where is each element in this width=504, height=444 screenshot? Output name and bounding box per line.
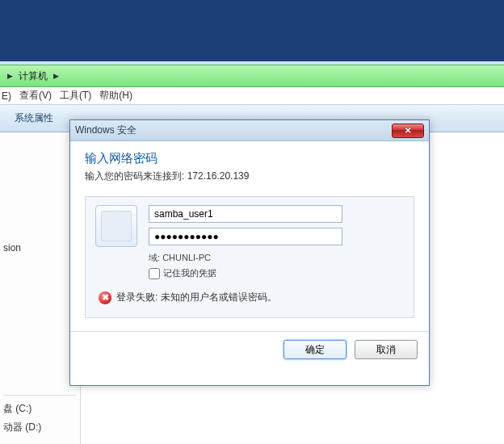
credentials-dialog: Windows 安全 ✕ 输入网络密码 输入您的密码来连接到: 172.16.2… — [69, 119, 430, 386]
menu-tools[interactable]: 工具(T) — [60, 89, 91, 103]
sidebar-drive-c[interactable]: 盘 (C:) — [3, 402, 77, 416]
remember-checkbox[interactable] — [149, 268, 160, 279]
error-line: ✖ 登录失败: 未知的用户名或错误密码。 — [95, 291, 404, 304]
sidebar-drive-d[interactable]: 动器 (D:) — [3, 421, 77, 434]
dialog-titlebar[interactable]: Windows 安全 ✕ — [70, 120, 429, 141]
toolbar-system-properties[interactable]: 系统属性 — [15, 111, 53, 125]
credentials-box: 域: CHUNLI-PC 记住我的凭据 ✖ 登录失败: 未知的用户名或错误密码。 — [85, 196, 414, 318]
dialog-title: Windows 安全 — [75, 124, 136, 137]
chevron-right-icon: ▶ — [5, 72, 15, 80]
dialog-heading: 输入网络密码 — [85, 151, 414, 166]
chevron-right-icon: ▶ — [51, 72, 61, 80]
menu-edit[interactable]: E) — [2, 90, 11, 102]
avatar — [95, 205, 137, 247]
domain-label: 域: CHUNLI-PC — [149, 252, 404, 264]
breadcrumb[interactable]: ▶ 计算机 ▶ — [0, 65, 504, 87]
close-icon: ✕ — [405, 126, 411, 135]
window-titlebar — [0, 0, 504, 62]
sidebar: sion 盘 (C:) 动器 (D:) — [0, 132, 81, 444]
menubar: E) 查看(V) 工具(T) 帮助(H) — [0, 87, 504, 105]
username-field[interactable] — [149, 205, 342, 223]
password-field[interactable] — [149, 228, 342, 245]
error-text: 登录失败: 未知的用户名或错误密码。 — [116, 291, 277, 304]
remember-label: 记住我的凭据 — [163, 267, 216, 279]
cancel-button[interactable]: 取消 — [355, 340, 418, 359]
close-button[interactable]: ✕ — [392, 124, 424, 138]
menu-help[interactable]: 帮助(H) — [99, 89, 132, 103]
dialog-subtext: 输入您的密码来连接到: 172.16.20.139 — [85, 170, 414, 183]
menu-view[interactable]: 查看(V) — [19, 89, 52, 103]
sidebar-item[interactable]: sion — [3, 242, 77, 253]
sidebar-divider — [3, 395, 77, 396]
user-icon — [101, 211, 132, 241]
ok-button[interactable]: 确定 — [284, 340, 346, 359]
error-icon: ✖ — [99, 291, 111, 304]
dialog-buttons: 确定 取消 — [70, 332, 429, 367]
breadcrumb-root[interactable]: 计算机 — [15, 69, 51, 83]
remember-credentials[interactable]: 记住我的凭据 — [149, 267, 404, 279]
